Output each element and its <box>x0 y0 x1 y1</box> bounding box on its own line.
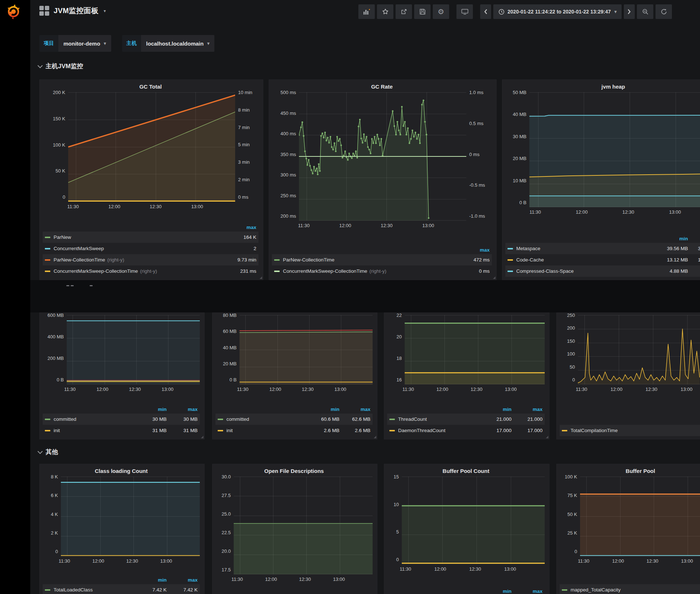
series-value: 62.6 MB <box>339 416 370 422</box>
variable-host[interactable]: 主机 localhost.localdomain ▾ <box>122 35 215 52</box>
star-button[interactable] <box>377 4 393 19</box>
series-value: 0 <box>688 587 700 593</box>
y-tick-label: -1.0 ms <box>469 214 485 218</box>
time-range-text: 2020-01-22 11:24:22 to 2020-01-22 13:29:… <box>508 9 611 15</box>
panel-buffer-pool[interactable]: Buffer Pool100 K75 K50 K25 K011:3012:001… <box>556 464 700 594</box>
panel-title[interactable]: GC Total <box>43 82 258 92</box>
left-sidebar <box>0 0 30 594</box>
panel-thread-count[interactable]: 2220181611:3012:0012:3013:00minmaxThread… <box>384 312 549 439</box>
y-tick-label: 0.5 ms <box>469 121 483 126</box>
x-axis-labels: 11:3012:0012:3013:00 <box>402 386 545 394</box>
panel-title[interactable]: GC Rate <box>272 82 492 92</box>
panel-title[interactable]: jvm heap <box>505 82 700 92</box>
x-tick-label: 11:30 <box>529 209 541 215</box>
legend-col-max[interactable]: max <box>167 577 198 583</box>
chart-canvas <box>299 92 466 221</box>
legend-col-min[interactable]: min <box>136 407 167 412</box>
panel-title[interactable]: Buffer Pool Count <box>387 466 545 477</box>
share-button[interactable] <box>396 4 412 19</box>
y-tick-label: 50 <box>570 365 575 369</box>
series-name[interactable]: committed <box>54 416 76 422</box>
legend-col-max[interactable]: max <box>512 589 542 594</box>
panel-resize-handle[interactable] <box>546 436 548 438</box>
title-caret-icon[interactable]: ▾ <box>104 8 106 13</box>
dashboard-grid-icon[interactable] <box>39 6 49 16</box>
chart-canvas <box>68 92 235 202</box>
legend-col-min[interactable]: min <box>481 589 512 594</box>
panel-resize-handle[interactable] <box>260 276 262 279</box>
series-name[interactable]: TotalCompilationTime <box>571 428 618 433</box>
series-name[interactable]: ConcurrentMarkSweep-CollectionTime <box>54 268 138 274</box>
time-shift-back-button[interactable] <box>480 4 491 19</box>
y-tick-label: 100 K <box>565 474 577 479</box>
series-name[interactable]: ParNew-CollectionTime <box>283 257 334 263</box>
legend-col-min[interactable]: min <box>308 407 339 412</box>
x-axis-labels: 11:3012:0012:3013:00 <box>58 558 200 566</box>
x-tick-label: 12:00 <box>108 204 120 209</box>
panel-buffer-pool-count[interactable]: Buffer Pool Count15105011:3012:0012:3013… <box>384 464 549 594</box>
panel-resize-handle[interactable] <box>201 436 203 438</box>
series-name[interactable]: TotalLoadedClass <box>54 587 93 593</box>
y-tick-label: 300 ms <box>280 172 296 177</box>
panel-memory-heap[interactable]: 600 MB400 MB200 MB0 B11:3012:0012:3013:0… <box>39 312 205 439</box>
plot-area: 200 K150 K100 K50 K010 min8 min7 min5 mi… <box>43 92 258 202</box>
series-name[interactable]: DaemonThreadCount <box>398 428 446 433</box>
series-name[interactable]: committed <box>226 416 249 422</box>
save-button[interactable] <box>414 4 431 19</box>
panel-compilation-time[interactable]: 25020015010050011:3012:0012:3013:00minTo… <box>556 312 700 439</box>
series-name[interactable]: init <box>54 428 60 433</box>
variable-project[interactable]: 项目 monitor-demo ▾ <box>39 35 111 52</box>
time-range-caret-icon: ▾ <box>614 9 617 14</box>
section-other-header[interactable]: 其他 <box>38 448 58 456</box>
legend-col-max[interactable]: max <box>512 407 542 412</box>
series-name[interactable]: ThreadCount <box>398 416 427 422</box>
settings-button[interactable]: ⚙ <box>433 4 449 19</box>
panel-open-files[interactable]: Open File Descriptions30.027.525.022.520… <box>212 464 377 594</box>
y-axis-left: 200 K150 K100 K50 K0 <box>43 90 68 199</box>
cycle-view-button[interactable] <box>456 4 473 19</box>
series-name[interactable]: ParNew <box>54 234 71 240</box>
series-name[interactable]: mapped_TotalCapacity <box>571 587 621 593</box>
x-tick-label: 11:30 <box>237 387 249 392</box>
legend-col-max[interactable]: max <box>459 247 490 253</box>
x-tick-label: 12:00 <box>436 387 448 392</box>
legend-col-max[interactable]: max <box>688 236 700 241</box>
panel-resize-handle[interactable] <box>374 436 376 438</box>
series-color-dash <box>45 430 50 431</box>
dashboard-title[interactable]: JVM监控面板 <box>54 6 98 16</box>
zoom-out-button[interactable] <box>637 4 653 19</box>
legend-col-min[interactable]: min <box>136 577 167 583</box>
legend-col-min[interactable]: min <box>657 236 688 241</box>
legend-col-min[interactable]: min <box>688 577 700 583</box>
panel-title[interactable]: Open File Descriptions <box>215 466 373 477</box>
legend-col-max[interactable]: max <box>167 407 198 412</box>
series-name[interactable]: ParNew-CollectionTime <box>54 257 105 263</box>
panel-memory-nonheap[interactable]: 80 MB60 MB40 MB20 MB0 B11:3012:0012:3013… <box>212 312 377 439</box>
series-color-dash <box>45 237 50 238</box>
series-name[interactable]: ConcurrentMarkSweep <box>54 246 104 251</box>
plot-area: 100 K75 K50 K25 K0 <box>560 477 700 556</box>
panel-resize-handle[interactable] <box>493 276 495 279</box>
legend-col-max[interactable]: max <box>225 225 256 230</box>
series-name[interactable]: Compressed-Class-Space <box>516 268 574 274</box>
legend-col-min[interactable]: min <box>688 418 700 423</box>
panel-jvm-heap[interactable]: jvm heap50 MB40 MB30 MB20 MB10 MB0 B11:3… <box>502 79 700 280</box>
time-range-picker[interactable]: 2020-01-22 11:24:22 to 2020-01-22 13:29:… <box>493 4 622 19</box>
series-name[interactable]: init <box>226 428 233 433</box>
legend-col-max[interactable]: max <box>339 407 370 412</box>
refresh-button[interactable] <box>656 4 672 19</box>
grafana-logo[interactable] <box>5 3 22 20</box>
legend: maxParNew-CollectionTime472 msConcurrent… <box>272 245 492 277</box>
series-name[interactable]: Code-Cache <box>516 257 544 263</box>
panel-title[interactable]: Class loading Count <box>43 466 200 477</box>
time-shift-forward-button[interactable] <box>624 4 635 19</box>
section-jvm-header[interactable]: 主机JVM监控 <box>38 62 83 70</box>
series-name[interactable]: Metaspace <box>516 246 540 251</box>
add-panel-button[interactable] <box>358 4 375 19</box>
panel-gc-rate[interactable]: GC Rate500 ms450 ms400 ms350 ms300 ms250… <box>269 79 497 280</box>
series-name[interactable]: ConcurrentMarkSweep-CollectionTime <box>283 268 367 274</box>
panel-title[interactable]: Buffer Pool <box>560 466 700 477</box>
panel-class-loading[interactable]: Class loading Count8 K6 K4 K2 K011:3012:… <box>39 464 205 594</box>
legend-col-min[interactable]: min <box>481 407 512 412</box>
panel-gc-total[interactable]: GC Total200 K150 K100 K50 K010 min8 min7… <box>39 79 263 280</box>
